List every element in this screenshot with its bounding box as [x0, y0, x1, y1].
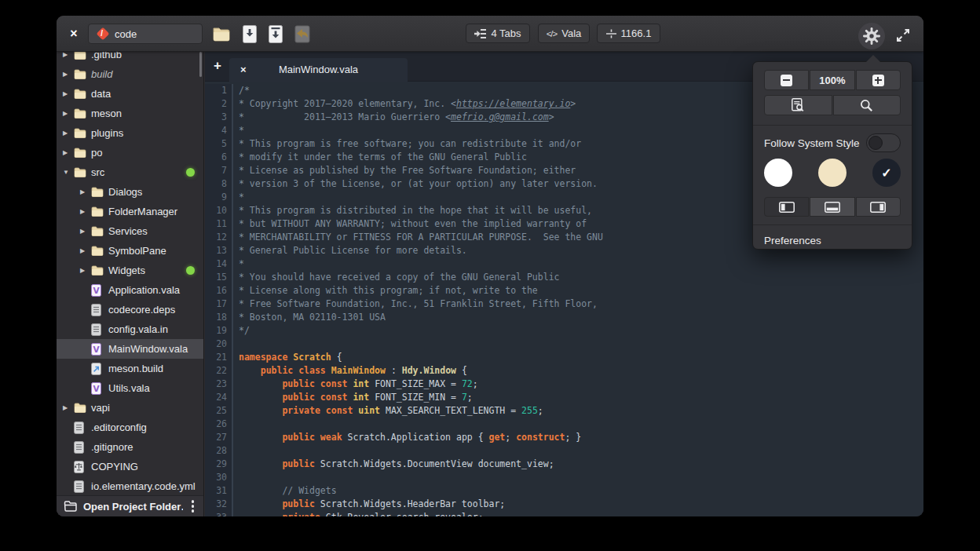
code-line-text: * You should have received a copy of the…: [239, 271, 560, 284]
code-line[interactable]: 27 public weak Scratch.Application app {…: [205, 431, 923, 444]
new-tab-button[interactable]: +: [214, 58, 221, 74]
tree-item[interactable]: ▶data: [57, 84, 203, 104]
code-line[interactable]: 23 public const int FONT_SIZE_MAX = 72;: [205, 378, 923, 391]
expander-closed-icon[interactable]: ▶: [61, 404, 74, 411]
expander-closed-icon[interactable]: ▶: [61, 52, 74, 58]
line-number: 13: [205, 244, 233, 257]
tree-item[interactable]: meson.build: [57, 359, 203, 378]
code-line[interactable]: 20: [205, 338, 923, 351]
tree-item-label: data: [91, 88, 111, 100]
folder-icon: [74, 403, 91, 413]
tree-item[interactable]: ▶FolderManager: [57, 202, 203, 221]
code-line-text: * License as published by the Free Softw…: [239, 164, 576, 177]
find-in-document-button[interactable]: [764, 95, 832, 115]
tree-item[interactable]: ▶Services: [57, 221, 203, 241]
code-line[interactable]: 31 // Widgets: [205, 484, 923, 498]
code-line[interactable]: 19*/: [205, 324, 923, 338]
tree-item-label: .gitignore: [91, 441, 133, 453]
tree-item[interactable]: ▶build: [57, 64, 203, 84]
text-file-icon: [74, 480, 91, 493]
zoom-in-button[interactable]: [856, 70, 901, 90]
expander-closed-icon[interactable]: ▶: [61, 71, 74, 78]
tree-item[interactable]: config.vala.in: [57, 319, 203, 339]
code-line[interactable]: 21namespace Scratch {: [205, 351, 923, 364]
preferences-item[interactable]: Preferences: [753, 230, 912, 250]
expander-closed-icon[interactable]: ▶: [61, 149, 74, 156]
save-button[interactable]: [243, 25, 257, 43]
expander-closed-icon[interactable]: ▶: [61, 110, 74, 117]
expander-closed-icon[interactable]: ▶: [79, 208, 91, 215]
show-outline-button[interactable]: [856, 197, 901, 217]
code-line-text: * MERCHANTABILITY or FITNESS FOR A PARTI…: [239, 231, 603, 244]
tree-item[interactable]: VApplication.vala: [57, 280, 203, 300]
sidebar-menu-button[interactable]: [189, 498, 197, 515]
license-file-icon: [74, 461, 91, 473]
language-button[interactable]: </> Vala: [538, 24, 590, 43]
code-line[interactable]: 28: [205, 444, 923, 458]
tree-item[interactable]: ▶vapi: [57, 398, 203, 418]
show-terminal-button[interactable]: [810, 197, 854, 217]
tabs-icon: [474, 29, 486, 38]
code-line[interactable]: 16* License along with this program; if …: [205, 284, 923, 297]
tree-item[interactable]: io.elementary.code.yml: [57, 476, 203, 495]
sepia-style-button[interactable]: [818, 159, 847, 187]
tree-item[interactable]: .editorconfig: [57, 418, 203, 437]
save-as-button[interactable]: [269, 25, 283, 43]
folder-icon: [74, 52, 91, 60]
tabs-overview-button[interactable]: 4 Tabs: [466, 24, 530, 43]
tree-item[interactable]: .gitignore: [57, 437, 203, 457]
code-line[interactable]: 32 public Scratch.Widgets.HeaderBar tool…: [205, 498, 923, 511]
code-line[interactable]: 15* You should have received a copy of t…: [205, 271, 923, 284]
tree-item[interactable]: VMainWindow.vala: [57, 339, 203, 359]
expander-closed-icon[interactable]: ▶: [61, 130, 74, 137]
goto-line-button[interactable]: 1166.1: [597, 24, 660, 43]
language-label: Vala: [561, 27, 581, 39]
light-style-button[interactable]: [764, 159, 792, 187]
show-sidebar-button[interactable]: [764, 197, 809, 217]
code-line[interactable]: 14*: [205, 257, 923, 271]
tree-item[interactable]: ▶Widgets: [57, 261, 203, 280]
zoom-out-button[interactable]: [764, 70, 809, 90]
code-line[interactable]: 17* Free Software Foundation, Inc., 51 F…: [205, 297, 923, 311]
tree-item[interactable]: ▶SymbolPane: [57, 241, 203, 261]
fullscreen-button[interactable]: [895, 27, 911, 43]
project-chooser-button[interactable]: code: [88, 24, 203, 44]
tree-item[interactable]: COPYING: [57, 457, 203, 476]
sidebar-scrollbar[interactable]: [199, 52, 202, 77]
tree-item[interactable]: ▶.github: [57, 52, 203, 64]
code-line[interactable]: 25 private const uint MAX_SEARCH_TEXT_LE…: [205, 404, 923, 418]
expander-open-icon[interactable]: ▼: [61, 169, 74, 176]
window-close-button[interactable]: ×: [66, 26, 82, 42]
code-line[interactable]: 22 public class MainWindow : Hdy.Window …: [205, 364, 923, 378]
tree-item[interactable]: codecore.deps: [57, 300, 203, 319]
tree-item[interactable]: ▶po: [57, 143, 203, 162]
tree-item[interactable]: ▼src: [57, 162, 203, 182]
settings-menu-button[interactable]: [858, 23, 885, 49]
code-line[interactable]: 18* Boston, MA 02110-1301 USA: [205, 311, 923, 324]
vala-file-icon: V: [91, 284, 108, 297]
undo-button[interactable]: [294, 25, 310, 43]
code-line[interactable]: 29 public Scratch.Widgets.DocumentView d…: [205, 458, 923, 471]
open-folder-button[interactable]: [212, 26, 231, 42]
line-number: 33: [205, 511, 233, 516]
folder-icon: [74, 69, 91, 79]
expander-closed-icon[interactable]: ▶: [79, 247, 91, 254]
code-line[interactable]: 24 public const int FONT_SIZE_MIN = 7;: [205, 391, 923, 404]
tree-item[interactable]: ▶meson: [57, 104, 203, 123]
tree-item[interactable]: ▶Dialogs: [57, 182, 203, 202]
expander-closed-icon[interactable]: ▶: [79, 188, 91, 195]
expander-closed-icon[interactable]: ▶: [79, 228, 91, 235]
line-number: 26: [205, 418, 233, 431]
code-line[interactable]: 33 private Gtk.Revealer search_revealer;: [205, 511, 923, 516]
code-line[interactable]: 26: [205, 418, 923, 431]
tree-item[interactable]: VUtils.vala: [57, 378, 203, 398]
expander-closed-icon[interactable]: ▶: [79, 267, 91, 274]
expander-closed-icon[interactable]: ▶: [61, 90, 74, 97]
code-line[interactable]: 30: [205, 471, 923, 484]
tree-item[interactable]: ▶plugins: [57, 123, 203, 143]
dark-style-button[interactable]: ✓: [872, 159, 901, 187]
open-project-folder-button[interactable]: Open Project Folder…: [83, 501, 183, 513]
follow-system-style-toggle[interactable]: [866, 133, 901, 152]
tab-mainwindow[interactable]: × MainWindow.vala: [229, 58, 408, 82]
search-button[interactable]: [833, 95, 901, 115]
